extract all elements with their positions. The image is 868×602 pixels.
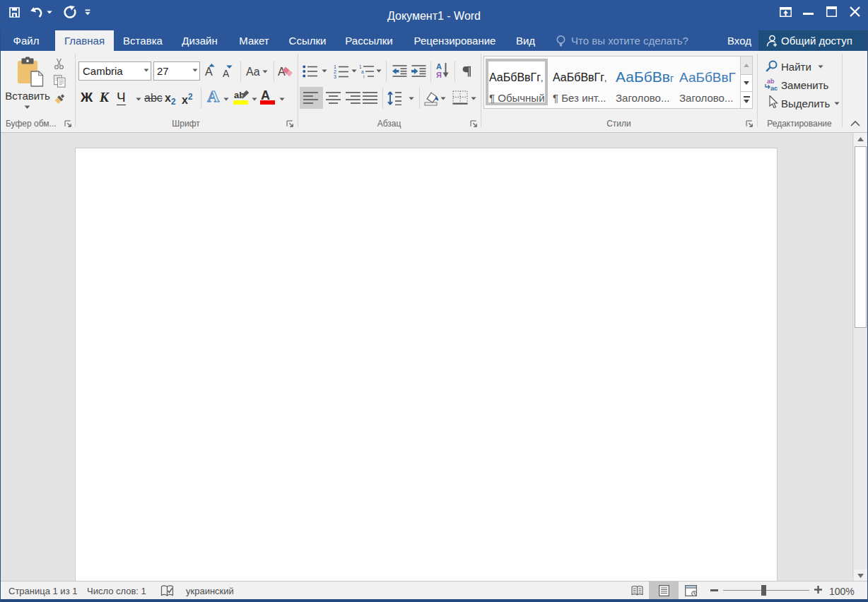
svg-text:1: 1 <box>334 64 336 69</box>
svg-text:Я: Я <box>436 71 442 78</box>
svg-text:ac: ac <box>770 85 778 92</box>
svg-text:2: 2 <box>334 69 336 74</box>
svg-text:i: i <box>363 74 364 78</box>
svg-text:А: А <box>207 89 220 104</box>
svg-text:А: А <box>436 62 442 71</box>
svg-text:ab: ab <box>767 78 775 85</box>
svg-text:3: 3 <box>334 74 336 78</box>
svg-text:a: a <box>361 69 364 74</box>
svg-text:1: 1 <box>359 64 362 69</box>
